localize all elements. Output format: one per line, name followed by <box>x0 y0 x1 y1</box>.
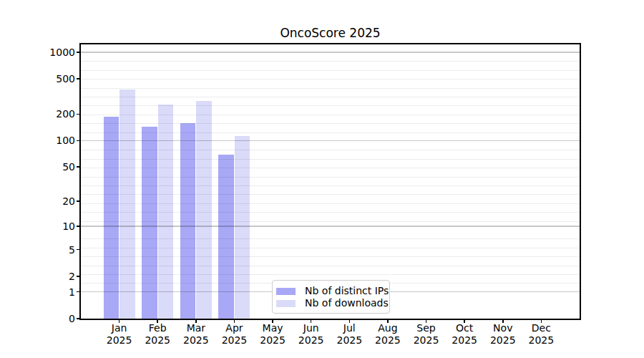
y-tick-label: 1000 <box>42 47 75 58</box>
legend: Nb of distinct IPsNb of downloads <box>272 280 390 314</box>
y-tick-label: 100 <box>42 135 75 146</box>
y-tick-mark <box>77 291 80 293</box>
y-tick-mark <box>77 249 80 251</box>
y-tick-mark <box>77 200 80 202</box>
y-tick-mark <box>77 166 80 168</box>
y-tick-mark <box>77 140 80 142</box>
y-tick-label: 1 <box>42 286 75 298</box>
y-tick-label: 0 <box>42 313 75 324</box>
plot-frame <box>79 43 581 320</box>
y-tick-mark <box>77 318 80 319</box>
y-tick-label: 5 <box>42 244 75 256</box>
y-tick-mark <box>77 78 80 79</box>
legend-label: Nb of downloads <box>305 297 389 309</box>
y-tick-mark <box>77 114 80 115</box>
x-tick-label-dec: Dec 2025 <box>518 322 564 346</box>
y-tick-label: 500 <box>42 73 75 84</box>
y-tick-mark <box>77 276 80 277</box>
legend-swatch-downloads <box>276 300 296 307</box>
legend-row: Nb of distinct IPs <box>276 285 385 297</box>
y-tick-mark <box>77 52 80 53</box>
legend-row: Nb of downloads <box>276 297 385 309</box>
y-tick-label: 2 <box>42 271 75 282</box>
y-tick-label: 200 <box>42 108 75 120</box>
legend-label: Nb of distinct IPs <box>305 285 389 297</box>
legend-swatch-ips <box>276 288 296 295</box>
figure-canvas: OncoScore 2025 01251020501002005001000 J… <box>0 0 644 358</box>
y-tick-label: 10 <box>42 221 75 232</box>
y-tick-label: 50 <box>42 161 75 173</box>
chart-title: OncoScore 2025 <box>81 26 580 40</box>
y-tick-label: 20 <box>42 195 75 207</box>
y-tick-mark <box>77 226 80 227</box>
